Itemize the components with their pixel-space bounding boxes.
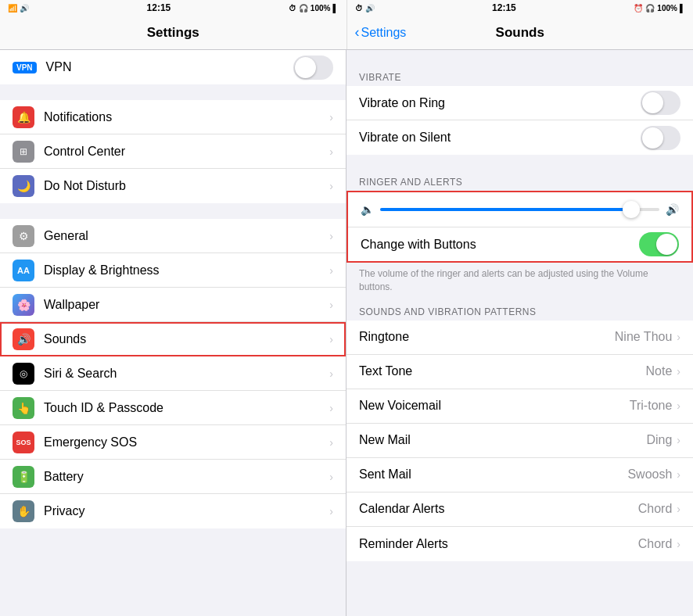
vibrate-ring-toggle[interactable] <box>641 91 680 115</box>
general-icon: ⚙ <box>13 225 34 247</box>
back-chevron-icon: ‹ <box>355 24 360 41</box>
left-status-bar: 📶🔊 12:15 ⏱🎧100%▌ <box>0 0 347 16</box>
vpn-row[interactable]: VPN VPN <box>0 50 346 84</box>
back-button[interactable]: ‹ Settings <box>355 24 407 41</box>
emergency-sos-chevron: › <box>329 436 333 449</box>
ringer-description: The volume of the ringer and alerts can … <box>346 263 693 300</box>
change-buttons-toggle[interactable] <box>639 232 679 256</box>
settings-row-notifications[interactable]: 🔔 Notifications › <box>0 100 346 134</box>
settings-row-display-brightness[interactable]: AA Display & Brightness › <box>0 253 346 288</box>
ringtone-row[interactable]: Ringtone Nine Thou › <box>346 321 693 355</box>
control-center-chevron: › <box>329 145 333 158</box>
battery-chevron: › <box>329 471 333 483</box>
wallpaper-icon: 🌸 <box>13 294 34 316</box>
top-settings-section: 🔔 Notifications › ⊞ Control Center › 🌙 D… <box>0 100 346 203</box>
privacy-label: Privacy <box>44 504 329 518</box>
text-tone-value: Note <box>646 364 673 378</box>
text-tone-row[interactable]: Text Tone Note › <box>346 355 693 389</box>
sent-mail-label: Sent Mail <box>359 467 627 482</box>
vibrate-silent-toggle-thumb <box>642 127 663 149</box>
ringer-slider-row[interactable]: 🔈 🔊 <box>348 192 691 227</box>
vpn-toggle[interactable] <box>293 56 333 80</box>
ringer-slider-fill <box>380 208 631 211</box>
right-status-right-icons: ⏰🎧100%▌ <box>634 4 685 13</box>
sent-mail-chevron: › <box>677 468 680 481</box>
status-bars: 📶🔊 12:15 ⏱🎧100%▌ ⏱🔊 12:15 ⏰🎧100%▌ <box>0 0 693 16</box>
ringtone-value: Nine Thou <box>615 330 673 344</box>
vibrate-silent-label: Vibrate on Silent <box>359 131 641 145</box>
ringer-box: 🔈 🔊 Change with Buttons <box>346 191 693 263</box>
display-brightness-icon: AA <box>13 260 34 281</box>
settings-row-wallpaper[interactable]: 🌸 Wallpaper › <box>0 288 346 322</box>
vibrate-section: Vibrate on Ring Vibrate on Silent <box>346 86 693 155</box>
new-mail-label: New Mail <box>359 433 646 447</box>
sounds-label: Sounds <box>44 332 329 346</box>
calendar-alerts-chevron: › <box>677 503 680 515</box>
settings-row-control-center[interactable]: ⊞ Control Center › <box>0 134 346 169</box>
settings-row-touch-id[interactable]: 👆 Touch ID & Passcode › <box>0 391 346 425</box>
reminder-alerts-label: Reminder Alerts <box>359 537 638 551</box>
do-not-disturb-label: Do Not Disturb <box>44 179 329 193</box>
general-chevron: › <box>329 230 333 242</box>
ringtone-label: Ringtone <box>359 330 615 344</box>
new-voicemail-row[interactable]: New Voicemail Tri-tone › <box>346 389 693 424</box>
battery-label: Battery <box>44 470 329 484</box>
privacy-chevron: › <box>329 505 333 518</box>
new-mail-chevron: › <box>677 434 680 446</box>
ringtone-chevron: › <box>677 331 680 343</box>
new-voicemail-chevron: › <box>677 399 680 412</box>
vibrate-ring-label: Vibrate on Ring <box>359 96 641 110</box>
touch-id-label: Touch ID & Passcode <box>44 401 329 415</box>
sounds-chevron: › <box>329 333 333 346</box>
left-nav-bar: Settings <box>0 16 347 49</box>
vpn-section: VPN VPN <box>0 50 346 84</box>
ringer-slider-thumb[interactable] <box>623 201 640 218</box>
display-brightness-label: Display & Brightness <box>44 263 329 278</box>
settings-row-siri[interactable]: ◎ Siri & Search › <box>0 356 346 391</box>
left-panel: VPN VPN 🔔 Notifications › ⊞ Cont <box>0 50 346 616</box>
vibrate-silent-row[interactable]: Vibrate on Silent <box>346 120 693 155</box>
right-panel: VIBRATE Vibrate on Ring Vibrate on Silen… <box>346 50 693 616</box>
sent-mail-row[interactable]: Sent Mail Swoosh › <box>346 458 693 492</box>
vpn-toggle-thumb <box>295 57 316 78</box>
siri-label: Siri & Search <box>44 367 329 381</box>
notifications-chevron: › <box>329 111 333 124</box>
settings-row-general[interactable]: ⚙ General › <box>0 219 346 253</box>
reminder-alerts-row[interactable]: Reminder Alerts Chord › <box>346 527 693 561</box>
left-status-time: 12:15 <box>147 2 171 13</box>
reminder-alerts-chevron: › <box>677 538 680 550</box>
display-brightness-chevron: › <box>329 264 333 277</box>
back-label: Settings <box>361 26 407 40</box>
left-nav-title: Settings <box>147 25 199 41</box>
divider-1 <box>0 84 346 100</box>
settings-row-privacy[interactable]: ✋ Privacy › <box>0 494 346 528</box>
sounds-patterns-header: SOUNDS AND VIBRATION PATTERNS <box>346 300 693 321</box>
ringer-header: RINGER AND ALERTS <box>346 170 693 191</box>
change-buttons-label: Change with Buttons <box>361 238 639 252</box>
calendar-alerts-label: Calendar Alerts <box>359 502 638 516</box>
settings-row-emergency-sos[interactable]: SOS Emergency SOS › <box>0 425 346 460</box>
right-nav-bar: ‹ Settings Sounds <box>347 16 694 49</box>
vibrate-ring-row[interactable]: Vibrate on Ring <box>346 86 693 120</box>
new-mail-row[interactable]: New Mail Ding › <box>346 424 693 458</box>
new-mail-value: Ding <box>646 433 672 447</box>
change-buttons-row[interactable]: Change with Buttons <box>348 227 691 261</box>
divider-2 <box>0 203 346 219</box>
settings-row-do-not-disturb[interactable]: 🌙 Do Not Disturb › <box>0 169 346 203</box>
right-status-icons-left: ⏱🔊 <box>355 4 375 13</box>
notifications-icon: 🔔 <box>13 106 34 128</box>
ringer-slider-track[interactable] <box>380 208 659 211</box>
settings-row-sounds[interactable]: 🔊 Sounds › <box>0 322 346 356</box>
calendar-alerts-row[interactable]: Calendar Alerts Chord › <box>346 492 693 527</box>
wallpaper-label: Wallpaper <box>44 298 329 312</box>
new-voicemail-value: Tri-tone <box>630 399 673 413</box>
right-status-time: 12:15 <box>492 2 516 13</box>
text-tone-chevron: › <box>677 365 680 378</box>
sounds-patterns-section: Ringtone Nine Thou › Text Tone Note › Ne… <box>346 321 693 561</box>
control-center-icon: ⊞ <box>13 141 34 163</box>
left-status-icons: 📶🔊 <box>8 4 29 13</box>
volume-high-icon: 🔊 <box>666 203 679 216</box>
vibrate-header: VIBRATE <box>346 66 693 86</box>
vibrate-silent-toggle[interactable] <box>641 126 680 150</box>
settings-row-battery[interactable]: 🔋 Battery › <box>0 460 346 494</box>
